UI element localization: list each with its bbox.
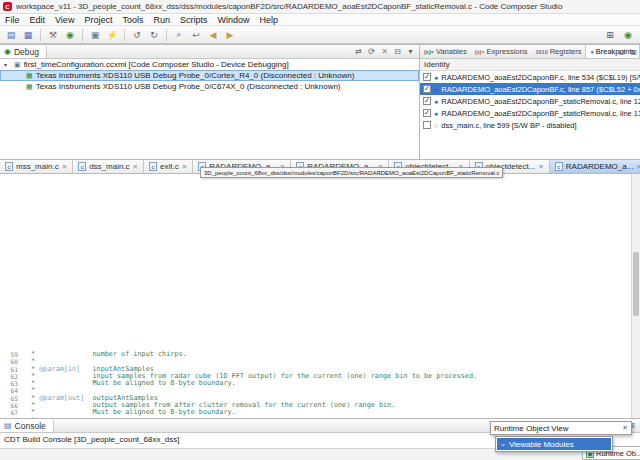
search-icon[interactable]: ⌕ <box>171 28 187 42</box>
close-tab-icon[interactable]: ✕ <box>62 163 67 171</box>
save-icon[interactable]: ▦ <box>20 28 36 42</box>
code-line[interactable]: 63 * Must be aligned to 8-byte boundary. <box>0 380 632 387</box>
breakpoints-view: (x)=Variables(x)=Expressions1010Register… <box>420 44 640 160</box>
tab-registers[interactable]: 1010Registers <box>531 45 585 58</box>
breakpoint-row[interactable]: ✓●RADARDEMO_aoaEst2DCaponBF_staticRemova… <box>420 95 640 107</box>
code-text: * Must be aligned to 8-byte boundary. <box>22 409 236 416</box>
debug-view-header: ◉ Debug ⇄⟳✕⊟▾ <box>0 45 419 59</box>
debug-tree-row[interactable]: ▦Texas Instruments XDS110 USB Debug Prob… <box>0 81 419 92</box>
editor-tab-label: exit.c <box>160 162 179 171</box>
line-number[interactable]: 65 <box>0 395 22 402</box>
flash-icon[interactable]: ⚡ <box>104 28 120 42</box>
debug-view-toolbar: ⇄⟳✕⊟▾ <box>352 45 419 58</box>
line-number[interactable]: 64 <box>0 387 22 394</box>
last-edit-icon[interactable]: ↩ <box>188 28 204 42</box>
breakpoint-checkbox[interactable]: ✓ <box>423 97 431 105</box>
collapse-all-icon[interactable]: ⊟ <box>391 45 404 59</box>
editor-scrollbar[interactable] <box>631 174 640 418</box>
console-icon: ▤ <box>4 421 12 430</box>
window-title: workspace_v11 - 3D_people_count_68xx_dss… <box>16 2 562 11</box>
breakpoint-row[interactable]: ✓●RADARDEMO_aoaEst2DCaponBF.c, line 857 … <box>420 83 640 95</box>
editor-tab[interactable]: cdss_main.c✕ <box>73 160 144 173</box>
breakpoint-checkbox[interactable]: ✓ <box>423 73 431 81</box>
right-panel-tabs: (x)=Variables(x)=Expressions1010Register… <box>420 45 640 59</box>
rov-popup-title: Runtime Object View <box>494 424 619 433</box>
view-tab-label: Registers <box>550 47 582 56</box>
line-number[interactable]: 60 <box>0 358 22 365</box>
breakpoint-row[interactable]: ✓●RADARDEMO_aoaEst2DCaponBF.c, line 534 … <box>420 71 640 83</box>
editor-tab-label: dss_main.c <box>89 162 129 171</box>
minimize-icon[interactable]: ⊟ <box>616 45 627 59</box>
toolbar-separator <box>124 29 125 41</box>
file-path-tooltip: 3D_people_count_68xx_dss/dss/modules/cap… <box>200 167 503 178</box>
breakpoint-label: RADARDEMO_aoaEst2DCaponBF_staticRemoval.… <box>441 97 640 106</box>
code-line[interactable]: 67 * Must be aligned to 8-byte boundary. <box>0 409 632 416</box>
ccs-debug-perspective-icon[interactable]: ◉ <box>620 28 636 42</box>
breakpoint-checkbox[interactable]: ✓ <box>423 85 431 93</box>
titlebar: C workspace_v11 - 3D_people_count_68xx_d… <box>0 0 640 14</box>
c-file-icon: c <box>78 162 86 171</box>
editor-tab[interactable]: cmss_main.c✕ <box>0 160 73 173</box>
restart-icon[interactable]: ⟳ <box>365 45 378 59</box>
tab-debug[interactable]: ◉ Debug <box>0 45 47 58</box>
menu-help[interactable]: Help <box>254 15 283 25</box>
debug-tree-row[interactable]: ▦Texas Instruments XDS110 USB Debug Prob… <box>0 70 419 81</box>
breakpoint-checkbox[interactable] <box>423 121 431 129</box>
line-number[interactable]: 59 <box>0 351 22 358</box>
forward-icon[interactable]: ▶ <box>222 28 238 42</box>
runtime-object-view-popup: Runtime Object View ✕ <box>490 421 632 435</box>
remove-all-terminated-icon[interactable]: ✕ <box>378 45 391 59</box>
close-tab-icon[interactable]: ✕ <box>133 163 138 171</box>
code-editor[interactable]: 59 * number of input chirps.60 *61 * @pa… <box>0 174 640 418</box>
line-number[interactable]: 61 <box>0 366 22 373</box>
breakpoint-row[interactable]: ✓●RADARDEMO_aoaEst2DCaponBF_staticRemova… <box>420 107 640 119</box>
new-file-icon[interactable]: ▤ <box>3 28 19 42</box>
menu-edit[interactable]: Edit <box>25 15 51 25</box>
menu-run[interactable]: Run <box>148 15 175 25</box>
close-tab-icon[interactable]: ✕ <box>636 163 640 171</box>
back-icon[interactable]: ◀ <box>205 28 221 42</box>
menu-tools[interactable]: Tools <box>117 15 148 25</box>
code-line[interactable]: 59 * number of input chirps. <box>0 351 632 358</box>
tab-expressions[interactable]: (x)=Expressions <box>471 45 532 58</box>
tab-variables[interactable]: (x)=Variables <box>420 45 471 58</box>
menu-window[interactable]: Window <box>212 15 254 25</box>
c-file-icon: c <box>149 162 157 171</box>
close-tab-icon[interactable]: ✕ <box>182 163 187 171</box>
scrollbar-thumb[interactable] <box>633 252 639 315</box>
device-icon: ▣ <box>14 61 21 69</box>
debug-view-menu-icon[interactable]: ▾ <box>404 45 417 59</box>
editor-tab-label: RADARDEMO_a... <box>566 162 634 171</box>
line-number[interactable]: 66 <box>0 402 22 409</box>
line-number[interactable]: 67 <box>0 409 22 416</box>
build-icon[interactable]: ⚒ <box>45 28 61 42</box>
menu-file[interactable]: File <box>0 15 25 25</box>
editor-tab[interactable]: cexit.c✕ <box>144 160 193 173</box>
editor-tab[interactable]: cRADARDEMO_a...✕ <box>550 160 640 173</box>
line-number[interactable]: 63 <box>0 380 22 387</box>
close-icon[interactable]: ✕ <box>619 424 628 432</box>
maximize-icon[interactable]: ⊞ <box>628 45 639 59</box>
close-tab-icon[interactable]: ✕ <box>538 163 543 171</box>
new-target-config-icon[interactable]: ▣ <box>87 28 103 42</box>
expander-icon[interactable]: ▾ <box>4 61 11 68</box>
viewable-modules-item[interactable]: ⌄ Viewable Modules <box>497 438 611 450</box>
right-panel-corner-icons: ⊟ ⊞ <box>616 45 639 59</box>
tab-console[interactable]: ▤ Console <box>0 419 54 432</box>
view-tab-label: Variables <box>436 47 467 56</box>
menu-project[interactable]: Project <box>79 15 117 25</box>
connect-target-icon[interactable]: ⇄ <box>352 45 365 59</box>
redo-icon[interactable]: ↻ <box>146 28 162 42</box>
debug-icon[interactable]: ◉ <box>62 28 78 42</box>
debug-tree-row[interactable]: ▾▣first_timeConfiguration.ccxml [Code Co… <box>0 59 419 70</box>
undo-icon[interactable]: ↺ <box>129 28 145 42</box>
breakpoint-checkbox[interactable]: ✓ <box>423 109 431 117</box>
breakpoint-row[interactable]: ○dss_main.c, line 599 [S/W BP - disabled… <box>420 119 640 131</box>
device-icon: ▦ <box>26 72 33 80</box>
open-perspective-icon[interactable]: ⊞ <box>602 28 618 42</box>
menu-scripts[interactable]: Scripts <box>175 15 213 25</box>
breakpoint-label: RADARDEMO_aoaEst2DCaponBF.c, line 857 ($… <box>441 85 640 94</box>
editor-tab-label: mss_main.c <box>16 162 59 171</box>
menu-view[interactable]: View <box>50 15 79 25</box>
line-number[interactable]: 62 <box>0 373 22 380</box>
